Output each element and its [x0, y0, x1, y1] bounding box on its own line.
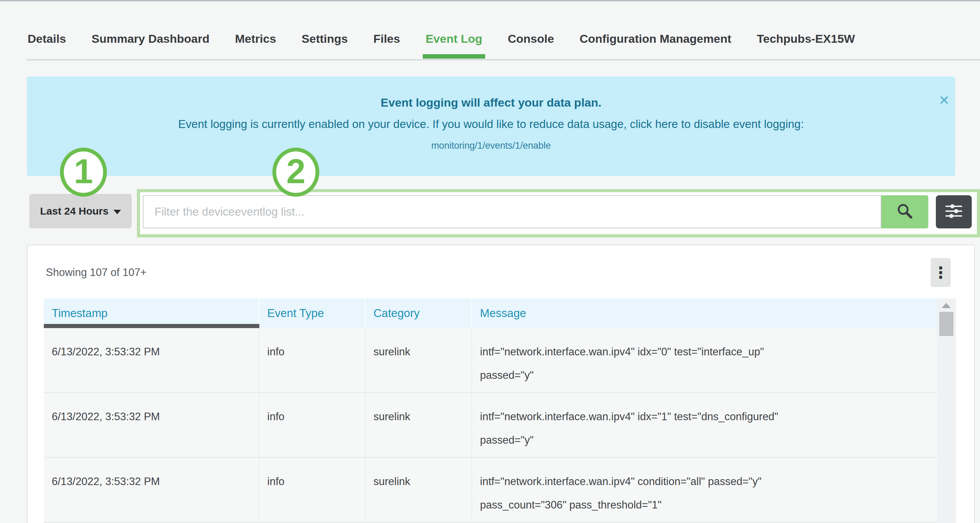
cell-category: surelink [366, 458, 472, 522]
time-range-label: Last 24 Hours [40, 205, 108, 217]
cell-message: intf="network.interface.wan.ipv4" idx="0… [472, 328, 937, 392]
annotation-step-2-badge: 2 [272, 148, 319, 197]
advanced-filter-button[interactable] [936, 195, 972, 228]
cell-event-type: info [259, 328, 366, 392]
table-row[interactable]: 6/13/2022, 3:53:32 PM info surelink intf… [44, 393, 937, 458]
column-header-event-type[interactable]: Event Type [259, 298, 366, 328]
cell-timestamp: 6/13/2022, 3:53:32 PM [44, 458, 259, 522]
banner-body: Event logging is currently enabled on yo… [178, 118, 804, 131]
chevron-down-icon [113, 210, 121, 214]
cell-event-type: info [259, 458, 366, 522]
column-header-category[interactable]: Category [366, 298, 472, 328]
message-line: passed="y" [480, 429, 930, 452]
table-scrollbar-thumb[interactable] [939, 312, 953, 336]
annotation-step-1-badge: 1 [60, 148, 107, 197]
event-log-filter-input[interactable] [143, 195, 881, 228]
kebab-menu-icon: ⋮ [933, 265, 949, 281]
tab-settings[interactable]: Settings [301, 32, 348, 59]
sliders-icon [944, 203, 963, 221]
tab-console[interactable]: Console [507, 32, 555, 59]
tab-configuration-management[interactable]: Configuration Management [579, 32, 732, 59]
table-row[interactable]: 6/13/2022, 3:53:32 PM info surelink intf… [44, 328, 937, 393]
banner-title: Event logging will affect your data plan… [381, 96, 601, 109]
table-row[interactable]: 6/13/2022, 3:53:32 PM info surelink intf… [44, 458, 937, 523]
tab-summary-dashboard[interactable]: Summary Dashboard [91, 32, 210, 59]
cell-message: intf="network.interface.wan.ipv4" condit… [472, 458, 937, 522]
cell-timestamp: 6/13/2022, 3:53:32 PM [44, 393, 259, 457]
search-button[interactable] [881, 195, 928, 228]
top-divider [0, 0, 980, 2]
banner-setting-path-link[interactable]: monitoring/1/events/1/enable [431, 140, 551, 151]
column-header-message[interactable]: Message [472, 298, 937, 328]
event-logging-banner: Event logging will affect your data plan… [27, 77, 955, 176]
event-log-table-body: 6/13/2022, 3:53:32 PM info surelink intf… [44, 328, 937, 523]
message-line: passed="y" [480, 364, 930, 387]
scrollbar-up-arrow-icon[interactable] [942, 303, 951, 308]
time-range-dropdown[interactable]: Last 24 Hours [29, 194, 132, 228]
message-line: intf="network.interface.wan.ipv4" idx="1… [480, 405, 930, 429]
device-event-log-page: Details Summary Dashboard Metrics Settin… [0, 0, 980, 523]
tab-files[interactable]: Files [373, 32, 401, 59]
timestamp-sort-indicator [44, 324, 259, 328]
tab-metrics[interactable]: Metrics [234, 32, 277, 59]
cell-category: surelink [366, 393, 472, 457]
banner-close-icon[interactable]: ✕ [939, 94, 950, 107]
tab-techpubs-ex15w[interactable]: Techpubs-EX15W [756, 32, 856, 59]
tab-details[interactable]: Details [27, 32, 67, 59]
cell-event-type: info [259, 393, 366, 457]
cell-category: surelink [366, 328, 472, 392]
table-options-button[interactable]: ⋮ [931, 258, 951, 287]
cell-timestamp: 6/13/2022, 3:53:32 PM [44, 328, 259, 392]
results-count-label: Showing 107 of 107+ [46, 266, 146, 279]
message-line: intf="network.interface.wan.ipv4" idx="0… [480, 340, 930, 364]
message-line: pass_count="306" pass_threshold="1" [480, 493, 930, 517]
message-line: intf="network.interface.wan.ipv4" condit… [480, 470, 930, 493]
magnifier-icon [896, 203, 913, 221]
tab-event-log[interactable]: Event Log [425, 32, 483, 59]
cell-message: intf="network.interface.wan.ipv4" idx="1… [472, 393, 937, 457]
device-tab-strip: Details Summary Dashboard Metrics Settin… [27, 19, 980, 61]
